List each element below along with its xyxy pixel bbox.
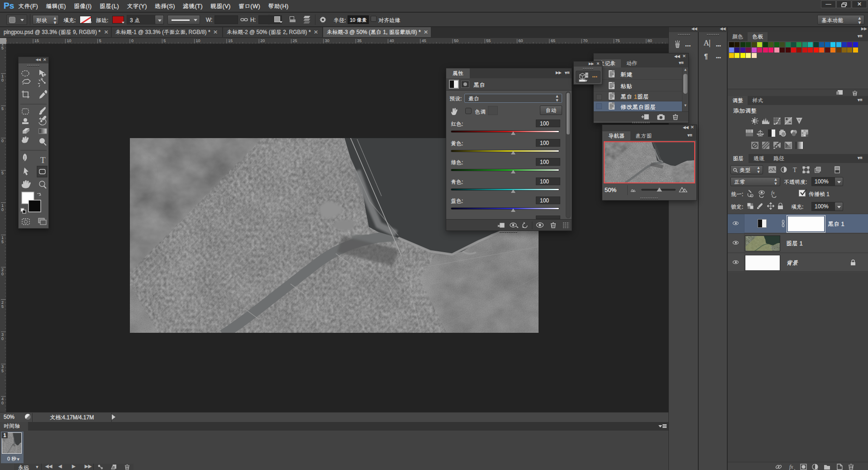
svg-text:T: T [40,155,46,165]
svg-text:45: 45 [422,38,426,43]
svg-text:55: 55 [486,38,491,43]
svg-text:50: 50 [454,38,458,43]
svg-text:0: 0 [1,78,4,82]
svg-text:20: 20 [260,38,265,43]
svg-text:0: 0 [131,38,134,43]
svg-text:60: 60 [519,38,523,43]
svg-text:15: 15 [34,38,39,43]
svg-text:5: 5 [1,106,4,111]
svg-text:30: 30 [325,38,329,43]
svg-text:5: 5 [1,304,4,309]
svg-text:5: 5 [1,46,4,50]
svg-text:5: 5 [99,38,101,43]
svg-text:0: 0 [1,207,4,212]
svg-text:10: 10 [196,38,200,43]
svg-text:5: 5 [1,240,4,244]
svg-text:35: 35 [357,38,362,43]
svg-text:20: 20 [6,38,7,43]
svg-text:65: 65 [551,38,555,43]
svg-text:0: 0 [1,401,4,405]
svg-text:T: T [793,167,797,173]
svg-text:fx: fx [789,464,793,470]
svg-text:5: 5 [1,369,4,373]
svg-text:75: 75 [615,38,620,43]
svg-text:0: 0 [1,139,4,143]
svg-text:70: 70 [583,38,587,43]
svg-text:0: 0 [1,272,4,276]
svg-text:25: 25 [293,38,297,43]
svg-text:10: 10 [67,38,71,43]
svg-text:fx: fx [771,190,775,195]
svg-text:15: 15 [228,38,233,43]
svg-text:40: 40 [389,38,394,43]
svg-text:5: 5 [1,171,4,175]
svg-text:0: 0 [1,336,4,341]
svg-text:5: 5 [163,38,166,43]
svg-text:80: 80 [648,38,652,43]
